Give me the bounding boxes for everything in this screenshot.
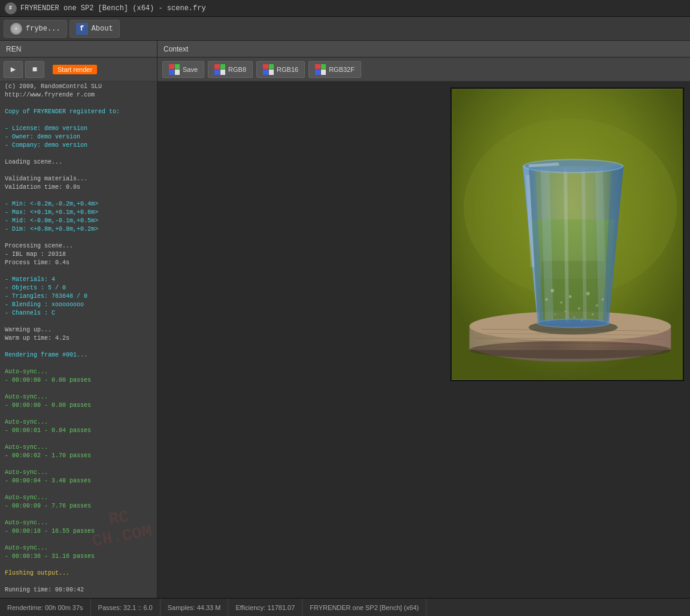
rendertime-value: 00h 00m 37s [45,604,83,611]
log-line: Rendering frame #001... [5,351,152,360]
log-line [5,150,152,158]
version-segment: FRYRENDER one SP2 [Bench] (x64) [302,599,426,616]
log-line: - 00:00:36 - 31.16 passes [5,552,152,561]
log-line [5,578,152,586]
samples-value: 44.33 M [197,604,221,611]
log-line: - Dim: <+0.8m,+0.8m,+0.2m> [5,225,152,234]
rgb32f-button[interactable]: RGB32F [308,61,361,78]
log-line [5,561,152,569]
ren-tab-label: REN [6,45,21,53]
log-line: - Company: demo version [5,141,152,150]
rgb8-button[interactable]: RGB8 [208,61,253,78]
log-area[interactable]: RandomControl FRYRENDERPhysically-based … [0,81,157,598]
facebook-icon: f [76,23,88,35]
svg-point-16 [550,289,554,292]
log-line [5,167,152,175]
stop-icon: ■ [32,65,37,74]
log-line: - 00:00:02 - 1.70 passes [5,452,152,460]
log-line: Auto-sync... [5,368,152,376]
passes-segment: Passes: 32.1 :: 6.0 [91,599,161,616]
image-toolbar: Save RGB8 RGB16 [158,58,690,81]
passes-value: 32.1 :: 6.0 [123,604,153,611]
rendertime-label: Rendertime: [7,604,43,611]
play-icon: ▶ [11,64,16,74]
render-image [450,87,684,381]
svg-point-10 [470,341,671,359]
svg-point-23 [581,319,583,321]
log-line: - Min: <-0.2m,-0.2m,+0.4m> [5,200,152,209]
log-line: - License: demo version [5,125,152,133]
svg-point-27 [592,313,594,316]
svg-point-20 [586,292,590,295]
log-line: Validation time: 0.0s [5,183,152,192]
frybe-label: frybe... [26,25,60,33]
render-svg [452,89,683,380]
titlebar: F FRYRENDER one SP2 [Bench] (x64) - scen… [0,0,690,17]
svg-point-19 [578,307,580,310]
log-line [5,116,152,125]
svg-point-17 [560,301,562,304]
log-line: - Mid: <-0.0m,-0.1m,+0.5m> [5,217,152,225]
about-label: About [92,25,113,33]
context-tab-label: Context [164,45,188,53]
rgb32f-label: RGB32F [329,66,355,73]
rgb8-label: RGB8 [228,66,246,73]
log-line: - Max: <+0.1m,+0.1m,+0.6m> [5,209,152,217]
log-line: - 00:00:09 - 7.76 passes [5,502,152,511]
rendertime-segment: Rendertime: 00h 00m 37s [0,599,91,616]
log-line: - Materials: 4 [5,276,152,284]
svg-point-21 [596,304,598,307]
log-line [5,360,152,368]
log-line: Flushing output... [5,569,152,578]
image-viewport [158,81,690,598]
log-line: (c) 2009, RandomControl SLU [5,83,152,91]
log-line: http://www.fryrende r.com [5,91,152,99]
frybe-menu-button[interactable]: ✦ frybe... [4,20,67,38]
log-line: - Channels : C [5,309,152,318]
log-line: - IBL map : 20318 [5,250,152,259]
rgb16-button[interactable]: RGB16 [256,61,305,78]
start-render-tooltip: Start render [53,65,97,74]
log-line: Process time: 0.4s [5,259,152,267]
log-line: Auto-sync... [5,393,152,401]
svg-point-22 [555,313,556,315]
log-line: Processing scene... [5,242,152,250]
log-line [5,385,152,393]
svg-point-26 [565,310,567,312]
frybe-icon: ✦ [10,23,22,35]
samples-segment: Samples: 44.33 M [161,599,229,616]
log-line [5,435,152,443]
menubar: ✦ frybe... f About [0,17,690,41]
rgb32f-color-icon [315,64,326,75]
log-line [5,99,152,108]
stop-button[interactable]: ■ [25,61,44,78]
log-line: Copy of FRYRENDER registered to: [5,108,152,116]
svg-point-15 [538,320,607,327]
log-line: - Blending : xoooooooo [5,301,152,309]
log-line [5,511,152,519]
log-line: Validating materials... [5,175,152,183]
titlebar-title: FRYRENDER one SP2 [Bench] (x64) - scene.… [20,4,206,13]
log-line: Auto-sync... [5,443,152,452]
rgb16-color-icon [263,64,274,75]
log-line: - 00:00:01 - 0.84 passes [5,427,152,435]
save-button[interactable]: Save [162,61,204,78]
log-line: - 00:00:00 - 0.00 passes [5,376,152,385]
efficiency-segment: Efficiency: 11781.07 [228,599,302,616]
log-line: Auto-sync... [5,544,152,552]
log-line [5,460,152,469]
log-line: - Objects : 5 / 0 [5,284,152,292]
log-line [5,343,152,351]
version-text: FRYRENDER one SP2 [Bench] (x64) [310,604,419,611]
rgb8-color-icon [214,64,225,75]
render-toolbar: ▶ ■ Start render [0,58,157,81]
left-panel: REN ▶ ■ Start render RandomControl FRYRE… [0,41,158,598]
about-menu-button[interactable]: f About [69,20,120,38]
log-line: - Triangles: 763648 / 0 [5,292,152,301]
log-line: Loading scene... [5,158,152,167]
log-line: Auto-sync... [5,519,152,527]
efficiency-label: Efficiency: [235,604,265,611]
play-button[interactable]: ▶ [4,61,23,78]
log-line: - 00:00:04 - 3.48 passes [5,477,152,485]
log-line: - 00:00:18 - 16.55 passes [5,527,152,536]
